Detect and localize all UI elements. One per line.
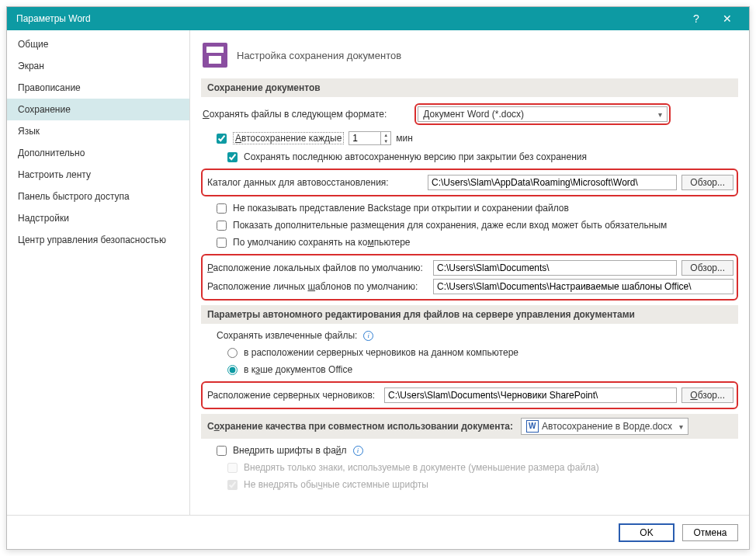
content-pane: Настройка сохранения документов Сохранен… [190, 30, 749, 515]
extra-save-places-checkbox[interactable] [217, 221, 227, 231]
sidebar-item-advanced[interactable]: Дополнительно [7, 142, 189, 164]
dialog-footer: OK Отмена [7, 515, 749, 549]
autorecover-browse-button[interactable]: Обзор... [681, 175, 733, 190]
embed-chars-only-label: Внедрять только знаки, используемые в до… [244, 462, 599, 473]
no-backstage-checkbox[interactable] [217, 203, 227, 214]
category-sidebar: Общие Экран Правописание Сохранение Язык… [7, 30, 190, 515]
save-disk-icon [203, 43, 227, 68]
word-doc-icon [526, 420, 539, 433]
local-files-dir-label: Расположение локальных файлов по умолчан… [207, 262, 428, 273]
no-backstage-label: Не показывать представление Backstage пр… [233, 203, 569, 214]
local-files-browse-button[interactable]: Обзор... [681, 260, 733, 276]
sidebar-item-language[interactable]: Язык [7, 120, 189, 142]
personal-templates-dir-label: Расположение личных шаблонов по умолчани… [207, 281, 428, 292]
server-drafts-dir-label: Расположение серверных черновиков: [207, 390, 380, 401]
save-format-label: Сохранять файлы в следующем формате: [203, 109, 387, 120]
cancel-button[interactable]: Отмена [682, 524, 738, 541]
sidebar-item-trust-center[interactable]: Центр управления безопасностью [7, 229, 189, 251]
sidebar-item-customize-ribbon[interactable]: Настроить ленту [7, 164, 189, 186]
autosave-label: Автосохранение каждые [233, 132, 344, 144]
embed-fonts-label: Внедрить шрифты в файл [233, 445, 347, 456]
embed-chars-only-checkbox [227, 463, 238, 473]
sidebar-item-proofing[interactable]: Правописание [7, 77, 189, 99]
save-to-computer-checkbox[interactable] [217, 238, 227, 248]
office-cache-radio[interactable] [227, 365, 238, 375]
save-format-select[interactable]: Документ Word (*.docx) [418, 106, 668, 122]
no-system-fonts-checkbox [227, 480, 238, 490]
personal-templates-dir-input[interactable] [433, 279, 733, 294]
section-save-documents: Сохранение документов [201, 78, 738, 97]
info-icon[interactable] [363, 331, 373, 341]
ok-button[interactable]: OK [619, 523, 675, 542]
save-to-computer-label: По умолчанию сохранять на компьютере [233, 237, 411, 248]
sidebar-item-addins[interactable]: Надстройки [7, 207, 189, 229]
autosave-unit: мин [396, 133, 413, 144]
window-title: Параметры Word [16, 13, 681, 24]
embed-fonts-checkbox[interactable] [217, 446, 227, 456]
server-drafts-dir-input[interactable] [384, 387, 677, 403]
spinner-up-icon[interactable]: ▲ [381, 132, 390, 138]
autosave-interval-input[interactable] [349, 132, 380, 144]
info-icon[interactable] [353, 446, 363, 456]
extra-save-places-label: Показать дополнительные размещения для с… [233, 220, 667, 231]
close-button[interactable]: ✕ [712, 7, 743, 30]
no-system-fonts-label: Не внедрять обычные системные шрифты [244, 479, 428, 490]
keep-last-autosave-checkbox[interactable] [227, 152, 238, 162]
office-cache-radio-label: в кэше документов Office [244, 364, 352, 375]
autosave-interval-spinner[interactable]: ▲▼ [349, 131, 391, 145]
server-drafts-browse-button[interactable]: Обзор... [681, 387, 733, 403]
sidebar-item-quick-access[interactable]: Панель быстрого доступа [7, 186, 189, 207]
section-offline-editing: Параметры автономного редактирования для… [201, 305, 738, 324]
titlebar: Параметры Word ? ✕ [7, 7, 749, 30]
section-preserve-fidelity-label: Сохранение качества при совместном испол… [207, 421, 513, 432]
spinner-down-icon[interactable]: ▼ [381, 138, 390, 144]
section-preserve-fidelity: Сохранение качества при совместном испол… [201, 414, 738, 439]
local-files-dir-input[interactable] [433, 260, 677, 276]
keep-last-autosave-label: Сохранять последнюю автосохраненную верс… [244, 151, 587, 162]
help-button[interactable]: ? [681, 7, 712, 30]
sidebar-item-display[interactable]: Экран [7, 55, 189, 77]
server-drafts-radio[interactable] [227, 348, 238, 358]
server-drafts-radio-label: в расположении серверных черновиков на д… [244, 347, 518, 358]
autorecover-dir-label: Каталог данных для автовосстановления: [207, 177, 423, 188]
fidelity-document-select[interactable]: Автосохранение в Ворде.docx [521, 418, 688, 435]
autosave-checkbox[interactable] [217, 134, 227, 144]
save-extracted-label: Сохранять извлеченные файлы: [217, 330, 357, 341]
autorecover-dir-input[interactable] [428, 175, 677, 190]
sidebar-item-save[interactable]: Сохранение [7, 99, 189, 120]
options-dialog: Параметры Word ? ✕ Общие Экран Правописа… [6, 6, 750, 550]
sidebar-item-general[interactable]: Общие [7, 33, 189, 55]
page-subtitle: Настройка сохранения документов [237, 50, 401, 61]
